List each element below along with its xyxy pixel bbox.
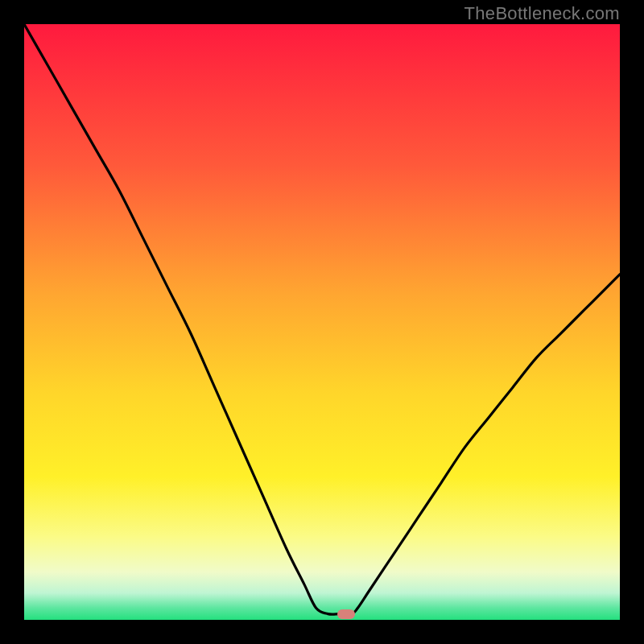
plot-area: [24, 24, 620, 620]
optimal-marker: [337, 609, 355, 619]
chart-frame: TheBottleneck.com: [0, 0, 644, 644]
watermark-text: TheBottleneck.com: [464, 3, 620, 24]
bottleneck-curve: [24, 24, 620, 620]
